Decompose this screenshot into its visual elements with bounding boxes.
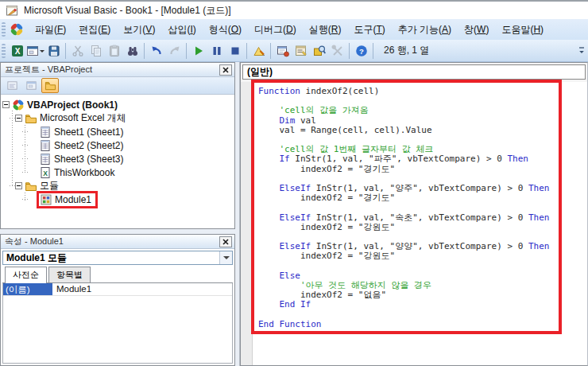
paste-icon — [108, 45, 121, 57]
undo-button[interactable] — [147, 42, 165, 60]
properties-window-icon — [295, 45, 308, 57]
menubar-grip-handle[interactable] — [2, 22, 6, 37]
properties-tabs: 사전순항목별 — [2, 268, 233, 283]
save-button[interactable] — [44, 42, 63, 60]
tree-item-sheet1-sheet1-[interactable]: Sheet1 (Sheet1) — [1, 125, 234, 138]
menu-item[interactable]: 실행(R) — [303, 20, 348, 40]
tree-item-microsoft-excel-개체[interactable]: Microsoft Excel 개체 — [1, 111, 234, 125]
object-browser-button[interactable] — [310, 42, 328, 60]
code-text — [258, 183, 280, 193]
code-line[interactable]: indexOf2 = "강원도" — [258, 251, 587, 261]
code-editor-area[interactable]: Function indexOf2(cell) 'cell의 값을 가져옴 Di… — [241, 82, 587, 365]
tree-item-label: Sheet2 (Sheet2) — [54, 140, 123, 151]
code-text: indexOf2 = "강원도" — [258, 222, 395, 232]
close-project-panel-button[interactable] — [219, 64, 232, 76]
code-line[interactable]: indexOf2 = "강원도" — [258, 223, 587, 232]
code-keyword: Else — [280, 271, 301, 281]
code-text — [258, 212, 280, 223]
design-mode-icon — [253, 45, 265, 57]
property-name[interactable]: (이름) — [3, 283, 52, 295]
code-text: InStr(1, val, "양양", vbTextCompare) > 0 — [311, 241, 528, 251]
tree-item-label: Sheet3 (Sheet3) — [54, 154, 123, 165]
tree-item-vbaproject-book1-[interactable]: VBAProject (Book1) — [1, 98, 234, 111]
toolbar-separator — [65, 43, 66, 59]
folder-icon — [25, 180, 37, 193]
tab-사전순[interactable]: 사전순 — [5, 267, 47, 283]
code-keyword: ElseIf — [280, 183, 311, 193]
code-line[interactable]: indexOf2 = "경기도" — [258, 193, 587, 203]
menu-item[interactable]: 도움말(H) — [495, 20, 550, 40]
property-value[interactable]: Module1 — [52, 283, 95, 295]
pause-button[interactable] — [207, 42, 226, 60]
code-keyword: If — [280, 154, 290, 164]
general-object-dropdown[interactable]: (일반) — [242, 64, 586, 80]
tab-항목별[interactable]: 항목별 — [48, 267, 91, 282]
menu-item[interactable]: 창(W) — [458, 20, 495, 40]
tree-item-thisworkbook[interactable]: XThisWorkbook — [1, 165, 234, 179]
module-icon — [40, 193, 52, 206]
find-button[interactable] — [123, 42, 141, 60]
stop-button[interactable] — [226, 42, 244, 60]
view-code-button[interactable] — [3, 78, 21, 93]
menu-item[interactable]: 형식(O) — [203, 20, 248, 40]
code-line[interactable]: Function indexOf2(cell) — [258, 87, 587, 96]
general-object-dropdown-value: (일반) — [247, 65, 273, 79]
menu-item[interactable]: 편집(E) — [72, 20, 117, 40]
code-text — [258, 115, 280, 126]
tree-item-label: 모듈 — [40, 179, 59, 193]
find-icon — [126, 45, 139, 57]
collapse-expander-icon[interactable] — [2, 101, 10, 108]
code-line[interactable]: val = Range(cell, cell).Value — [258, 126, 587, 135]
object-browser-icon — [313, 45, 326, 57]
properties-panel-titlebar[interactable]: 속성 - Module1 — [1, 235, 234, 249]
code-keyword: Then — [528, 241, 550, 251]
menu-item[interactable]: 도구(T) — [347, 20, 391, 40]
tree-item-sheet3-sheet3-[interactable]: Sheet3 (Sheet3) — [1, 152, 234, 165]
toggle-folders-button[interactable] — [41, 78, 59, 93]
code-margin-indicator-bar[interactable] — [241, 82, 253, 365]
tree-item-모듈[interactable]: 모듈 — [1, 179, 234, 193]
code-text: indexOf2 = "강원도" — [258, 251, 395, 261]
object-dropdown[interactable]: Module1 모듈 — [2, 251, 233, 265]
project-explorer-button[interactable] — [273, 42, 292, 60]
code-comment: '아무 것도 해당하지 않을 경우 — [258, 280, 431, 290]
insert-userform-button[interactable] — [26, 42, 44, 60]
view-object-button[interactable] — [22, 78, 40, 93]
code-line[interactable]: indexOf2 = "경기도" — [258, 165, 587, 174]
menu-item[interactable]: 추가 기능(A) — [392, 20, 458, 40]
close-properties-panel-button[interactable] — [219, 236, 232, 247]
collapse-expander-icon[interactable] — [15, 182, 22, 189]
toolbar-buttons: X? — [8, 42, 370, 60]
project-panel-titlebar[interactable]: 프로젝트 - VBAProject — [1, 63, 234, 77]
view-excel-button[interactable]: X — [8, 42, 26, 60]
code-text: val = Range(cell, cell).Value — [258, 125, 432, 135]
tree-item-label: Module1 — [55, 194, 91, 205]
code-text[interactable]: Function indexOf2(cell) 'cell의 값을 가져옴 Di… — [253, 82, 587, 365]
run-button[interactable] — [189, 42, 207, 60]
annotation-box: Module1 — [39, 193, 95, 206]
chevron-down-icon[interactable] — [219, 251, 232, 264]
tree-item-sheet2-sheet2-[interactable]: Sheet2 (Sheet2) — [1, 138, 234, 152]
code-line[interactable] — [258, 262, 587, 271]
property-row[interactable]: (이름)Module1 — [3, 283, 232, 296]
code-line[interactable]: End Function — [258, 320, 587, 329]
vba-editor-window: Microsoft Visual Basic - Book1 - [Module… — [0, 0, 588, 366]
menu-item[interactable]: 보기(V) — [117, 20, 161, 40]
tree-item-label: Microsoft Excel 개체 — [40, 111, 126, 125]
vba-logo-icon — [10, 22, 24, 37]
code-line[interactable]: End If — [258, 300, 587, 310]
properties-window-button[interactable] — [292, 42, 310, 60]
menu-item[interactable]: 디버그(D) — [248, 20, 303, 40]
toolbar-grip-handle[interactable] — [2, 44, 6, 58]
collapse-expander-icon[interactable] — [15, 115, 22, 122]
redo-button — [165, 42, 184, 60]
tree-item-module1[interactable]: Module1 — [1, 193, 234, 206]
design-mode-button[interactable] — [250, 42, 268, 60]
svg-text:X: X — [43, 169, 48, 177]
toolbar-options-icon[interactable] — [578, 45, 586, 56]
cut-icon — [72, 45, 84, 57]
code-text: indexOf2(cell) — [300, 86, 379, 96]
help-button[interactable]: ? — [352, 42, 370, 60]
menu-item[interactable]: 파일(F) — [29, 20, 72, 40]
menu-item[interactable]: 삽입(I) — [161, 20, 202, 40]
